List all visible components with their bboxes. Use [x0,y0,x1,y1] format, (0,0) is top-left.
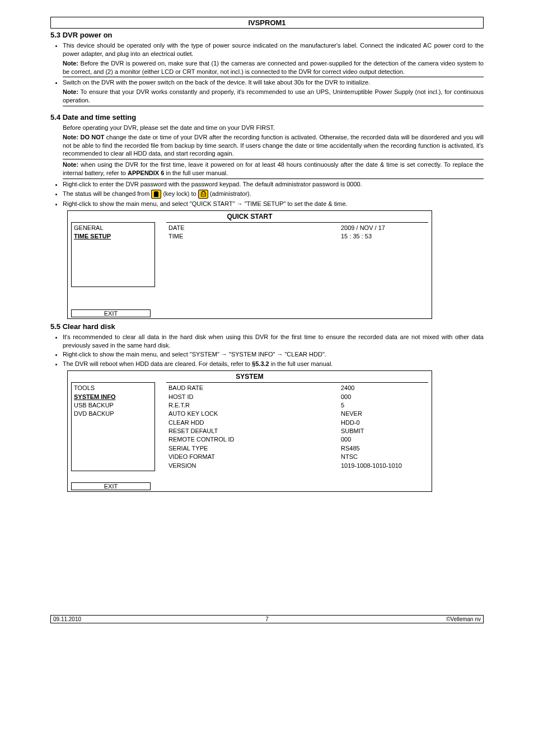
menu-values-column: 2009 / NOV / 17 15 : 35 : 53 [283,222,428,287]
appendix-ref: APPENDIX 6 [128,170,164,176]
value-auto-key-lock[interactable]: NEVER [285,410,426,418]
sidebar-item-dvd-backup[interactable]: DVD BACKUP [74,410,152,418]
value-clear-hdd[interactable]: HDD-0 [285,419,426,427]
label-serial-type: SERIAL TYPE [168,444,280,453]
bullet2-part-c: (administrator). [208,190,251,197]
exit-button[interactable]: EXIT [71,309,151,317]
footer-copyright: ©Velleman nv [446,616,481,622]
sidebar-item-general[interactable]: GENERAL [74,224,152,232]
label-video-format: VIDEO FORMAT [168,453,280,461]
value-time[interactable]: 15 : 35 : 53 [285,232,426,241]
sec54-intro: Before operating your DVR, please set th… [63,124,484,132]
note-text-a: when using the DVR for the first time, l… [63,161,484,176]
note-label: Note: [63,161,78,168]
menu-labels-column: DATE TIME [166,222,283,287]
value-date[interactable]: 2009 / NOV / 17 [285,224,426,232]
section-ref: §5.3.2 [252,360,269,367]
footer-date: 09.11.2010 [53,616,81,622]
sec54-bullet-2: The status will be changed from (key loc… [63,190,484,199]
bullet3-part-b: in the full user manual. [269,360,333,367]
value-reset-default[interactable]: SUBMIT [285,427,426,435]
footer-page-number: 7 [265,616,269,622]
section-5-5-heading: 5.5 Clear hard disk [50,322,484,331]
section-5-4-heading: 5.4 Date and time setting [50,113,484,121]
note-text: change the date or time of your DVR afte… [63,134,484,157]
bullet2-part-b: (key lock) to [161,190,198,197]
sidebar-item-time-setup[interactable]: TIME SETUP [74,232,152,241]
label-retr: R.E.T.R [168,401,280,410]
value-retr[interactable]: 5 [285,401,426,410]
value-host-id[interactable]: 000 [285,393,426,401]
exit-button[interactable]: EXIT [71,482,151,490]
sidebar-item-tools[interactable]: TOOLS [74,384,152,392]
sec54-bullet-3: Right-click to show the main menu, and s… [63,200,484,208]
value-video-format[interactable]: NTSC [285,453,426,461]
value-baud-rate[interactable]: 2400 [285,384,426,392]
page-footer: 09.11.2010 7 ©Velleman nv [50,615,484,623]
document-header: IVSPROM1 [50,17,484,29]
bullet2-part-a: The status will be changed from [63,190,151,197]
section-5-3-heading: 5.3 DVR power on [50,31,484,39]
label-clear-hdd: CLEAR HDD [168,419,280,427]
system-menu: SYSTEM TOOLS SYSTEM INFO USB BACKUP DVD … [67,370,432,492]
sec55-bullet-3: The DVR will reboot when HDD data are cl… [63,360,484,368]
sidebar-item-system-info[interactable]: SYSTEM INFO [74,393,152,401]
sec53-note-1: Note: Before the DVR is powered on, make… [63,59,484,78]
sec55-bullet-2: Right-click to show the main menu, and s… [63,350,484,359]
value-serial-type[interactable]: RS485 [285,444,426,453]
sec54-note-1: Note: DO NOT change the date or time of … [63,133,484,160]
note-label: Note: [63,60,78,67]
note-text-b: in the full user manual. [164,170,228,176]
menu-sidebar: TOOLS SYSTEM INFO USB BACKUP DVD BACKUP [71,382,155,471]
menu-sidebar: GENERAL TIME SETUP [71,222,155,287]
label-date: DATE [168,224,280,232]
note-label: Note: DO NOT [63,134,105,140]
sidebar-item-usb-backup[interactable]: USB BACKUP [74,401,152,410]
menu-title: SYSTEM [68,371,432,382]
quick-start-menu: QUICK START GENERAL TIME SETUP DATE TIME… [67,210,432,319]
menu-values-column: 2400 000 5 NEVER HDD-0 SUBMIT 000 RS485 … [283,382,428,471]
sec55-bullet-1: It's recommended to clear all data in th… [63,333,484,350]
menu-title: QUICK START [68,211,432,222]
sec53-note-2: Note: To ensure that your DVR works cons… [63,88,484,106]
sec54-note-2: Note: when using the DVR for the first t… [63,161,484,179]
bullet3-part-a: The DVR will reboot when HDD data are cl… [63,360,252,367]
value-remote-control-id[interactable]: 000 [285,435,426,444]
label-host-id: HOST ID [168,393,280,401]
key-lock-icon [151,190,161,199]
note-text: To ensure that your DVR works constantly… [63,88,484,104]
value-version: 1019-1008-1010-1010 [285,462,426,470]
label-version: VERSION [168,462,280,470]
label-time: TIME [168,232,280,241]
administrator-icon [198,190,208,199]
label-reset-default: RESET DEFAULT [168,427,280,435]
sec54-bullet-1: Right-click to enter the DVR password wi… [63,180,484,189]
sec53-bullet-1: This device should be operated only with… [63,41,484,58]
label-remote-control-id: REMOTE CONTROL ID [168,435,280,444]
note-text: Before the DVR is powered on, make sure … [63,60,484,75]
label-auto-key-lock: AUTO KEY LOCK [168,410,280,418]
sec53-bullet-2: Switch on the DVR with the power switch … [63,78,484,87]
note-label: Note: [63,88,78,95]
label-baud-rate: BAUD RATE [168,384,280,392]
menu-labels-column: BAUD RATE HOST ID R.E.T.R AUTO KEY LOCK … [166,382,283,471]
